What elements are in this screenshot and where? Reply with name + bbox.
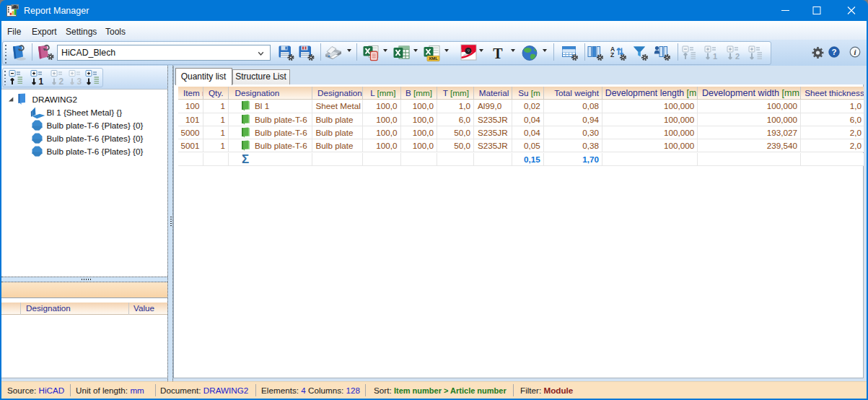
svg-text:XML: XML xyxy=(429,56,438,61)
svg-text:1: 1 xyxy=(39,77,44,87)
svg-text:Z: Z xyxy=(610,51,614,58)
svg-text:?: ? xyxy=(831,48,836,56)
svg-text:3: 3 xyxy=(77,77,82,87)
svg-text:2: 2 xyxy=(59,77,64,87)
svg-text:1: 1 xyxy=(713,52,717,61)
svg-text:2: 2 xyxy=(735,52,740,61)
